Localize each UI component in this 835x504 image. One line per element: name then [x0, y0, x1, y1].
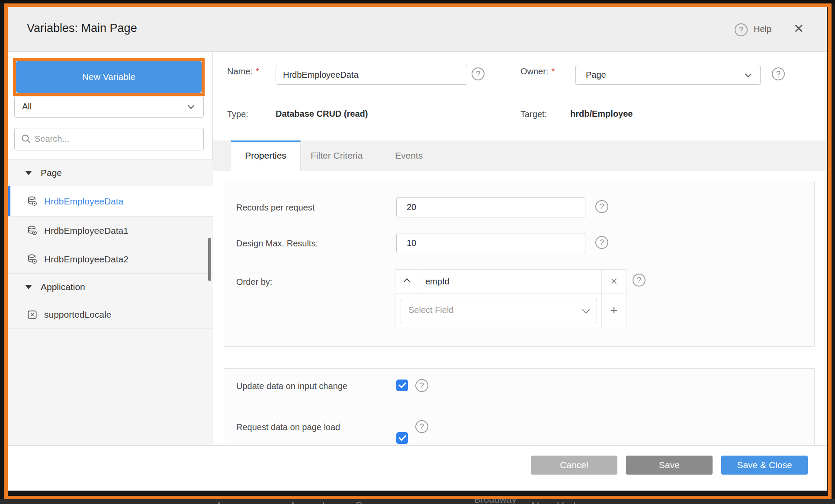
update-data-checkbox[interactable]: [396, 380, 408, 391]
add-order-field-button[interactable]: +: [601, 293, 626, 329]
save-button[interactable]: Save: [626, 456, 713, 475]
cancel-button[interactable]: Cancel: [531, 456, 617, 475]
database-variable-icon: [27, 196, 38, 207]
tab-events[interactable]: Events: [395, 140, 423, 171]
name-input[interactable]: HrdbEmployeeData: [276, 65, 467, 85]
type-label: Type:: [227, 109, 248, 119]
database-variable-icon: [27, 254, 38, 265]
save-and-close-button[interactable]: Save & Close: [721, 456, 808, 475]
request-data-label: Request data on page load: [236, 422, 340, 432]
update-data-help-icon[interactable]: ?: [415, 379, 428, 392]
selected-indicator: [8, 186, 10, 216]
dialog-header: Variables: Main Page ? Help ✕: [8, 7, 827, 52]
owner-select[interactable]: Page: [575, 65, 761, 85]
section-label: Application: [41, 282, 85, 292]
database-variable-icon: [27, 225, 38, 236]
sidebar-item-supportedlocale[interactable]: supportedLocale: [8, 300, 213, 329]
search-placeholder: Search...: [35, 134, 69, 144]
type-value: Database CRUD (read): [276, 109, 368, 119]
variables-sidebar: New Variable All Search... Page: [8, 52, 213, 445]
owner-help-icon[interactable]: ?: [772, 67, 785, 80]
tab-strip: Filter Criteria Events: [213, 140, 827, 171]
name-label: Name:*: [227, 67, 259, 77]
search-icon: [21, 134, 32, 145]
order-by-add-row: Select Field +: [395, 293, 626, 328]
sidebar-item-label: supportedLocale: [44, 309, 111, 320]
owner-label: Owner:*: [520, 67, 555, 77]
new-variable-button[interactable]: New Variable: [16, 61, 202, 93]
sidebar-item-hrdbemployeedata[interactable]: HrdbEmployeeData: [8, 186, 213, 217]
tab-properties[interactable]: Properties: [231, 140, 301, 171]
section-application[interactable]: Application: [8, 274, 213, 300]
request-data-checkbox[interactable]: [396, 432, 408, 444]
records-per-request-label: Records per request: [236, 203, 315, 213]
screen: 4 Amanda Brown Broadway New York Variabl…: [0, 0, 835, 504]
new-variable-highlight: New Variable: [13, 58, 205, 96]
background-table-row: 4 Amanda Brown Broadway New York: [0, 499, 835, 504]
request-data-help-icon[interactable]: ?: [415, 420, 428, 433]
background-toolbar: [0, 0, 835, 3]
target-label: Target:: [520, 109, 547, 119]
help-link[interactable]: Help: [754, 24, 771, 34]
sidebar-item-label: HrdbEmployeeData1: [44, 226, 128, 236]
footer-divider: [8, 445, 827, 446]
chevron-up-icon: [403, 278, 410, 285]
variable-type-filter[interactable]: [14, 96, 204, 118]
sidebar-item-label: HrdbEmployeeData2: [44, 254, 128, 265]
design-max-results-input[interactable]: 10: [396, 233, 585, 253]
variables-list: Page HrdbEmployeeData: [8, 159, 213, 445]
close-icon[interactable]: ✕: [793, 22, 804, 35]
help-icon[interactable]: ?: [735, 23, 748, 36]
variable-type-filter-value: All: [22, 102, 32, 112]
sidebar-scrollbar[interactable]: [208, 238, 211, 281]
data-options-panel: Update data on input change ? Request da…: [224, 368, 815, 445]
required-marker: *: [256, 67, 259, 76]
sort-direction-button[interactable]: [395, 270, 418, 293]
variables-dialog: Variables: Main Page ? Help ✕ New Variab…: [8, 7, 827, 491]
section-page[interactable]: Page: [8, 159, 213, 186]
background-cell: Broadway: [474, 499, 517, 504]
required-marker: *: [551, 67, 555, 76]
section-label: Page: [41, 168, 62, 178]
design-max-results-label: Design Max. Results:: [236, 239, 318, 249]
tab-filter-criteria[interactable]: Filter Criteria: [311, 140, 363, 171]
properties-panel: Records per request 20 ? Design Max. Res…: [224, 181, 815, 347]
sidebar-item-label: HrdbEmployeeData: [44, 196, 123, 207]
select-field-dropdown[interactable]: Select Field: [401, 299, 597, 323]
background-cell: Amanda: [289, 500, 331, 504]
order-by-label: Order by:: [236, 277, 272, 287]
collapse-triangle-icon: [25, 171, 32, 175]
select-field-placeholder: Select Field: [408, 305, 454, 315]
model-variable-icon: [27, 309, 38, 320]
design-help-icon[interactable]: ?: [595, 236, 608, 249]
records-help-icon[interactable]: ?: [595, 200, 608, 213]
target-value: hrdb/Employee: [570, 109, 633, 119]
background-cell: Brown: [356, 500, 388, 504]
remove-order-field-button[interactable]: ✕: [601, 270, 626, 293]
background-cell: 4: [215, 500, 221, 504]
sidebar-item-hrdbemployeedata1[interactable]: HrdbEmployeeData1: [8, 217, 213, 245]
order-by-row: empId ✕: [395, 270, 626, 293]
name-help-icon[interactable]: ?: [472, 67, 485, 80]
records-per-request-input[interactable]: 20: [396, 197, 585, 217]
order-by-help-icon[interactable]: ?: [633, 274, 646, 287]
order-by-field-value[interactable]: empId: [418, 270, 601, 293]
chevron-down-icon: [582, 306, 590, 313]
background-cell: New York: [531, 500, 579, 504]
collapse-triangle-icon: [25, 285, 32, 289]
sidebar-item-hrdbemployeedata2[interactable]: HrdbEmployeeData2: [8, 245, 213, 274]
order-by-widget: empId ✕ Select Field +: [395, 269, 626, 328]
dialog-title: Variables: Main Page: [27, 22, 137, 35]
update-data-label: Update data on input change: [236, 381, 347, 391]
